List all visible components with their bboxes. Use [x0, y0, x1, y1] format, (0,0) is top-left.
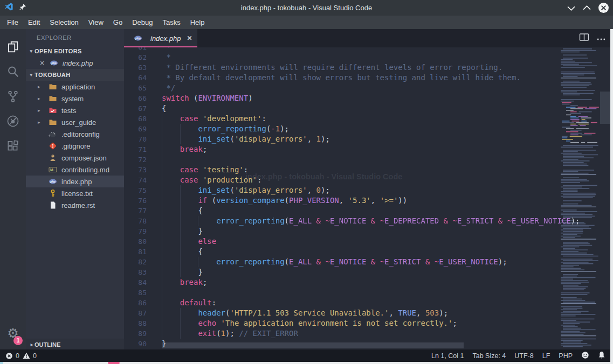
file-tree: ▸application▸system▸tests▸user_guide▸.ed… — [26, 81, 124, 211]
tree-item-tests[interactable]: ▸tests — [26, 104, 124, 116]
code-line-69[interactable]: 69 error_reporting(-1); — [124, 124, 560, 134]
menu-edit[interactable]: Edit — [23, 17, 45, 28]
menu-view[interactable]: View — [84, 17, 108, 28]
code-line-77[interactable]: 77 { — [124, 206, 560, 216]
menu-file[interactable]: File — [2, 17, 23, 28]
menu-go[interactable]: Go — [108, 17, 127, 28]
code-line-66[interactable]: 66switch (ENVIRONMENT) — [124, 93, 560, 103]
code-line-89[interactable]: 89 exit(1); // EXIT_ERROR — [124, 328, 560, 339]
code-line-78[interactable]: 78 error_reporting(E_ALL & ~E_NOTICE & ~… — [124, 216, 560, 226]
code-line-83[interactable]: 83 } — [124, 267, 560, 277]
chevron-right-icon: ▸ — [38, 96, 45, 101]
tree-item-contributing.md[interactable]: ▸M↓contributing.md — [26, 164, 124, 176]
window-title: index.php - tokobuah - Visual Studio Cod… — [0, 4, 613, 12]
line-number: 86 — [124, 298, 147, 308]
explorer-icon[interactable] — [0, 34, 26, 59]
pin-icon[interactable] — [19, 3, 26, 13]
notifications-bell-icon[interactable] — [598, 351, 605, 361]
status-php[interactable]: PHP — [559, 352, 573, 360]
tab-label: index.php — [150, 34, 181, 43]
tree-item-.gitignore[interactable]: ▸.gitignore — [26, 140, 124, 152]
code-line-67[interactable]: 67{ — [124, 103, 560, 114]
tree-item-application[interactable]: ▸application — [26, 81, 124, 93]
minimap[interactable] — [560, 47, 600, 349]
line-number: 64 — [124, 73, 147, 83]
close-button[interactable] — [598, 3, 609, 13]
svg-text:M↓: M↓ — [50, 168, 55, 172]
code-line-88[interactable]: 88 echo 'The application environment is … — [124, 318, 560, 328]
open-editor-index.php[interactable]: ✕phpindex.php — [26, 57, 124, 69]
tree-item-index.php[interactable]: ▸phpindex.php — [26, 176, 124, 187]
code-line-79[interactable]: 79 } — [124, 226, 560, 236]
maximize-button[interactable] — [583, 5, 591, 11]
feedback-smiley-icon[interactable] — [581, 351, 589, 361]
tree-item-system[interactable]: ▸system — [26, 93, 124, 104]
menu-tasks[interactable]: Tasks — [157, 17, 185, 28]
code-line-61[interactable]: 61 * — [124, 47, 560, 52]
svg-text:php: php — [51, 61, 57, 65]
php-icon: php — [49, 177, 57, 186]
code-line-80[interactable]: 80 else — [124, 236, 560, 247]
code-line-62[interactable]: 62 * — [124, 52, 560, 62]
open-editors-header[interactable]: ▾ OPEN EDITORS — [26, 45, 124, 57]
code-line-84[interactable]: 84 break; — [124, 277, 560, 288]
scrollbar-thumb[interactable] — [600, 92, 610, 124]
tree-item-composer.json[interactable]: ▸composer.json — [26, 152, 124, 164]
code-line-68[interactable]: 68 case 'development': — [124, 114, 560, 124]
code-line-76[interactable]: 76 if (version_compare(PHP_VERSION, '5.3… — [124, 195, 560, 206]
tree-item-.editorconfig[interactable]: ▸.editorconfig — [26, 128, 124, 140]
code-line-65[interactable]: 65 */ — [124, 83, 560, 93]
line-number: 79 — [124, 226, 147, 236]
outline-header[interactable]: ▸ OUTLINE — [26, 339, 124, 349]
code-lines[interactable]: 61 *62 *63 * Different environments will… — [124, 47, 560, 349]
code-line-64[interactable]: 64 * By default development will show er… — [124, 73, 560, 83]
more-actions-icon[interactable] — [597, 33, 605, 43]
code-line-87[interactable]: 87 header('HTTP/1.1 503 Service Unavaila… — [124, 308, 560, 318]
extensions-icon[interactable] — [0, 134, 26, 158]
menu-debug[interactable]: Debug — [127, 17, 157, 28]
split-editor-icon[interactable] — [579, 33, 589, 44]
status-utf-8[interactable]: UTF-8 — [514, 352, 533, 360]
code-line-72[interactable]: 72 — [124, 155, 560, 165]
svg-text:php: php — [135, 37, 141, 40]
chevron-right-icon: ▸ — [38, 108, 45, 113]
tab-close-icon[interactable]: ✕ — [187, 34, 192, 42]
code-line-82[interactable]: 82 error_reporting(E_ALL & ~E_NOTICE & ~… — [124, 257, 560, 267]
status-lf[interactable]: LF — [542, 352, 550, 360]
tree-item-license.txt[interactable]: ▸license.txt — [26, 187, 124, 199]
warnings-indicator[interactable]: 0 — [23, 352, 37, 360]
tab-index-php[interactable]: php index.php ✕ — [124, 29, 197, 47]
tree-item-user_guide[interactable]: ▸user_guide — [26, 116, 124, 128]
line-number: 83 — [124, 267, 147, 277]
line-number: 82 — [124, 257, 147, 267]
php-file-icon: php — [50, 59, 58, 67]
code-line-71[interactable]: 71 break; — [124, 144, 560, 155]
status-ln-1-col-1[interactable]: Ln 1, Col 1 — [431, 352, 464, 360]
code-line-70[interactable]: 70 ini_set('display_errors', 1); — [124, 134, 560, 144]
horizontal-scrollbar[interactable] — [162, 342, 464, 348]
menu-help[interactable]: Help — [185, 17, 210, 28]
vertical-scrollbar[interactable] — [600, 47, 610, 349]
source-control-icon[interactable] — [0, 84, 26, 109]
minimize-button[interactable] — [567, 5, 575, 11]
close-icon[interactable]: ✕ — [38, 60, 46, 67]
debug-icon[interactable] — [0, 109, 26, 134]
project-header[interactable]: ▾ TOKOBUAH — [26, 69, 124, 81]
status-tab-size-4[interactable]: Tab Size: 4 — [472, 352, 506, 360]
search-icon[interactable] — [0, 59, 26, 84]
folder-icon — [49, 94, 57, 103]
settings-gear-icon[interactable]: ⚙ 1 — [0, 321, 26, 345]
code-line-81[interactable]: 81 { — [124, 247, 560, 257]
svg-text:php: php — [50, 180, 56, 183]
code-line-85[interactable]: 85 — [124, 288, 560, 298]
code-line-75[interactable]: 75 ini_set('display_errors', 0); — [124, 185, 560, 195]
explorer-title: EXPLORER — [26, 29, 124, 45]
code-line-63[interactable]: 63 * Different environments will require… — [124, 62, 560, 73]
errors-indicator[interactable]: 0 — [5, 352, 19, 360]
code-line-86[interactable]: 86 default: — [124, 298, 560, 308]
menu-selection[interactable]: Selection — [45, 17, 83, 28]
tree-item-readme.rst[interactable]: ▸readme.rst — [26, 199, 124, 211]
chevron-down-icon: ▾ — [26, 72, 35, 78]
code-editor[interactable]: index.php - tokobuah - Visual Studio Cod… — [124, 47, 613, 349]
line-number: 80 — [124, 236, 147, 247]
